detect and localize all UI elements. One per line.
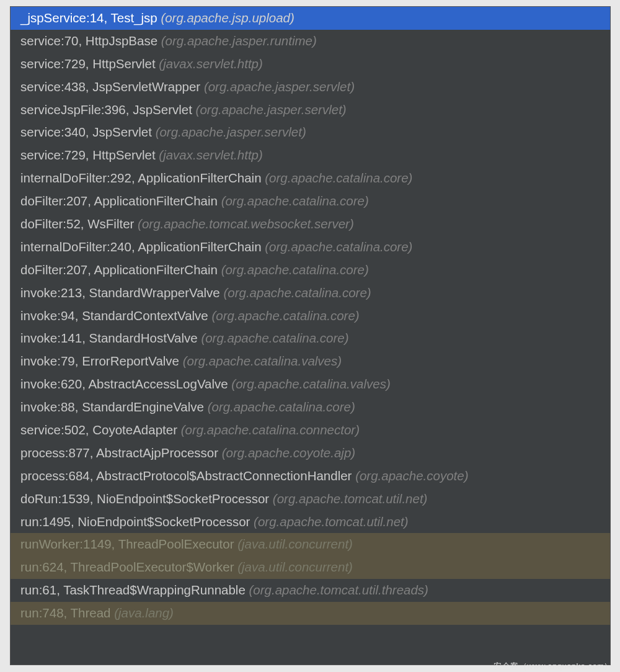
- stack-frame-method: process:684, AbstractProtocol$AbstractCo…: [20, 468, 352, 483]
- stack-frame-method: service:438, JspServletWrapper: [20, 79, 200, 94]
- stack-frame-row[interactable]: service:70, HttpJspBase (org.apache.jasp…: [11, 30, 610, 53]
- stack-frame-package: (org.apache.catalina.core): [223, 285, 371, 300]
- stack-frame-row[interactable]: run:624, ThreadPoolExecutor$Worker (java…: [11, 556, 610, 579]
- stack-frame-method: invoke:88, StandardEngineValve: [20, 400, 204, 414]
- stack-frame-row[interactable]: doRun:1539, NioEndpoint$SocketProcessor …: [11, 488, 610, 511]
- stack-frame-method: invoke:620, AbstractAccessLogValve: [20, 377, 228, 391]
- stack-frame-method: service:729, HttpServlet: [20, 148, 156, 162]
- stack-frame-method: invoke:141, StandardHostValve: [20, 331, 198, 345]
- stack-frame-row[interactable]: invoke:94, StandardContextValve (org.apa…: [11, 305, 610, 328]
- stack-frame-package: (org.apache.catalina.core): [208, 400, 355, 414]
- stack-frame-package: (org.apache.tomcat.websocket.server): [138, 217, 354, 231]
- stack-frame-package: (org.apache.catalina.core): [265, 240, 412, 254]
- stack-frame-method: run:748, Thread: [20, 606, 111, 620]
- stack-frame-row[interactable]: run:61, TaskThread$WrappingRunnable (org…: [11, 579, 610, 602]
- stack-frame-package: (org.apache.catalina.core): [221, 194, 369, 208]
- stack-frame-row[interactable]: internalDoFilter:240, ApplicationFilterC…: [11, 236, 610, 259]
- stack-frame-method: service:502, CoyoteAdapter: [20, 423, 177, 437]
- stack-frame-row[interactable]: invoke:141, StandardHostValve (org.apach…: [11, 327, 610, 350]
- stack-frame-package: (java.util.concurrent): [237, 537, 353, 551]
- stack-frame-method: run:61, TaskThread$WrappingRunnable: [20, 583, 246, 597]
- stack-frame-row[interactable]: runWorker:1149, ThreadPoolExecutor (java…: [11, 533, 610, 556]
- stack-frame-row[interactable]: invoke:88, StandardEngineValve (org.apac…: [11, 396, 610, 419]
- stack-frame-row[interactable]: process:877, AbstractAjpProcessor (org.a…: [11, 442, 610, 465]
- stack-frame-package: (org.apache.coyote.ajp): [222, 446, 355, 460]
- stack-frame-package: (org.apache.jasper.servlet): [156, 125, 306, 139]
- stack-frame-method: invoke:213, StandardWrapperValve: [20, 285, 220, 300]
- stack-frame-row[interactable]: invoke:79, ErrorReportValve (org.apache.…: [11, 350, 610, 373]
- stack-frame-method: runWorker:1149, ThreadPoolExecutor: [20, 537, 234, 551]
- stack-frame-package: (org.apache.catalina.core): [221, 262, 369, 277]
- stack-frame-method: invoke:94, StandardContextValve: [20, 308, 208, 323]
- stack-frame-package: (org.apache.jsp.upload): [161, 11, 294, 25]
- watermark-text: 安全客（www.anquanke.com）: [494, 661, 613, 672]
- stack-frame-row[interactable]: service:340, JspServlet (org.apache.jasp…: [11, 121, 610, 144]
- stack-frame-method: invoke:79, ErrorReportValve: [20, 354, 179, 368]
- stack-frame-package: (org.apache.tomcat.util.threads): [249, 583, 428, 597]
- stack-frame-package: (org.apache.catalina.connector): [181, 423, 360, 437]
- stack-frame-row[interactable]: service:438, JspServletWrapper (org.apac…: [11, 76, 610, 99]
- stack-frame-method: doFilter:207, ApplicationFilterChain: [20, 194, 218, 208]
- stack-frame-package: (org.apache.jasper.servlet): [204, 79, 355, 94]
- stack-frame-row[interactable]: doFilter:207, ApplicationFilterChain (or…: [11, 190, 610, 213]
- stack-frame-row[interactable]: invoke:213, StandardWrapperValve (org.ap…: [11, 282, 610, 305]
- stack-frame-method: _jspService:14, Test_jsp: [20, 11, 157, 25]
- stack-frame-package: (org.apache.coyote): [355, 468, 468, 483]
- stack-frame-row[interactable]: service:729, HttpServlet (javax.servlet.…: [11, 53, 610, 76]
- stack-frame-package: (org.apache.catalina.valves): [183, 354, 342, 368]
- stack-frame-method: doFilter:207, ApplicationFilterChain: [20, 262, 218, 277]
- stack-frame-method: serviceJspFile:396, JspServlet: [20, 102, 192, 117]
- stack-trace-list[interactable]: _jspService:14, Test_jsp (org.apache.jsp…: [11, 7, 610, 625]
- stack-frame-row[interactable]: service:502, CoyoteAdapter (org.apache.c…: [11, 419, 610, 442]
- stack-frame-package: (org.apache.catalina.core): [201, 331, 348, 345]
- stack-frame-row[interactable]: internalDoFilter:292, ApplicationFilterC…: [11, 167, 610, 190]
- stack-frame-package: (org.apache.catalina.core): [265, 171, 412, 185]
- stack-frame-row[interactable]: invoke:620, AbstractAccessLogValve (org.…: [11, 373, 610, 396]
- stack-frame-package: (java.lang): [114, 606, 174, 620]
- stack-frame-method: run:1495, NioEndpoint$SocketProcessor: [20, 514, 250, 529]
- stack-frame-row[interactable]: process:684, AbstractProtocol$AbstractCo…: [11, 465, 610, 488]
- stack-frame-method: service:340, JspServlet: [20, 125, 152, 139]
- stack-frame-package: (org.apache.catalina.core): [211, 308, 359, 323]
- stack-frame-row[interactable]: run:748, Thread (java.lang): [11, 602, 610, 625]
- stack-frame-method: internalDoFilter:292, ApplicationFilterC…: [20, 171, 262, 185]
- stack-frame-package: (org.apache.jasper.runtime): [161, 34, 317, 48]
- stack-frame-row[interactable]: doFilter:52, WsFilter (org.apache.tomcat…: [11, 213, 610, 236]
- stack-frame-package: (java.util.concurrent): [237, 560, 353, 574]
- stack-frame-method: service:729, HttpServlet: [20, 56, 156, 71]
- stack-frame-method: doRun:1539, NioEndpoint$SocketProcessor: [20, 491, 269, 506]
- stack-trace-panel: _jspService:14, Test_jsp (org.apache.jsp…: [10, 6, 611, 665]
- stack-frame-package: (org.apache.catalina.valves): [231, 377, 390, 391]
- stack-frame-method: doFilter:52, WsFilter: [20, 217, 134, 231]
- stack-frame-row[interactable]: doFilter:207, ApplicationFilterChain (or…: [11, 259, 610, 282]
- stack-frame-method: internalDoFilter:240, ApplicationFilterC…: [20, 240, 262, 254]
- stack-frame-package: (javax.servlet.http): [159, 148, 262, 162]
- stack-frame-method: process:877, AbstractAjpProcessor: [20, 446, 218, 460]
- stack-frame-row[interactable]: serviceJspFile:396, JspServlet (org.apac…: [11, 99, 610, 122]
- stack-frame-method: run:624, ThreadPoolExecutor$Worker: [20, 560, 234, 574]
- stack-frame-row[interactable]: _jspService:14, Test_jsp (org.apache.jsp…: [11, 7, 610, 30]
- stack-frame-package: (org.apache.tomcat.util.net): [273, 491, 428, 506]
- stack-frame-package: (javax.servlet.http): [159, 56, 262, 71]
- stack-frame-row[interactable]: service:729, HttpServlet (javax.servlet.…: [11, 144, 610, 167]
- stack-frame-package: (org.apache.tomcat.util.net): [254, 514, 409, 529]
- stack-frame-method: service:70, HttpJspBase: [20, 34, 157, 48]
- stack-frame-package: (org.apache.jasper.servlet): [196, 102, 347, 117]
- stack-frame-row[interactable]: run:1495, NioEndpoint$SocketProcessor (o…: [11, 511, 610, 534]
